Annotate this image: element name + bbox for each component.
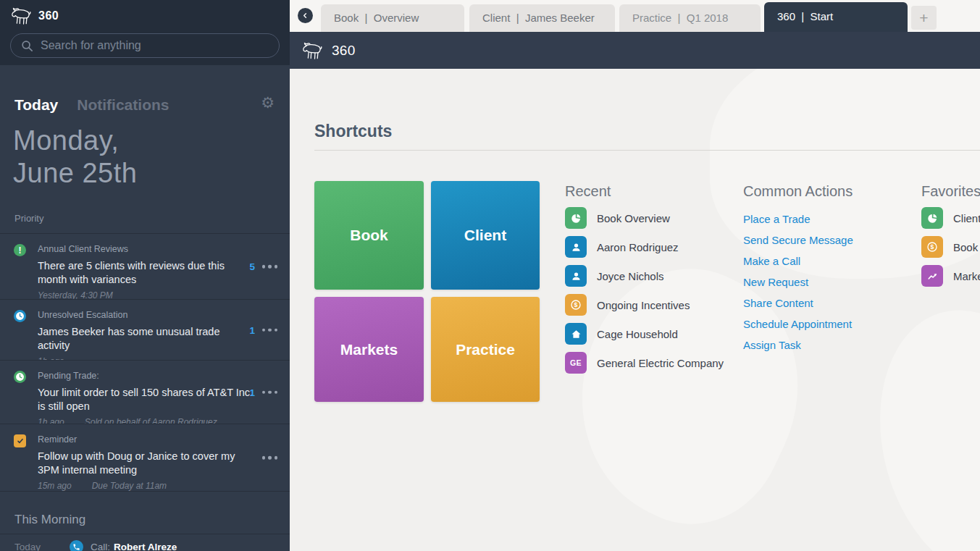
app-logo: 360 xyxy=(10,7,59,25)
favorite-item-label: Book T xyxy=(953,241,980,253)
common-actions-list: Place a Trade Send Secure Message Make a… xyxy=(743,209,910,356)
monogram-icon: GE xyxy=(565,352,587,374)
search-icon xyxy=(21,40,33,52)
house-icon xyxy=(565,323,587,345)
notification-meta: 15m ago Due Today at 11am xyxy=(38,481,275,491)
recent-item-label: Ongoing Incentives xyxy=(597,299,690,311)
notification-count: 1 xyxy=(249,387,255,398)
notification-time: Yesterday, 4:30 PM xyxy=(38,290,113,300)
search-input[interactable] xyxy=(41,39,269,52)
action-schedule-appointment[interactable]: Schedule Appointment xyxy=(743,314,910,335)
notification-note: Sold on behalf of Aaron Rodriguez xyxy=(85,417,217,424)
tile-book[interactable]: Book xyxy=(314,181,424,290)
notification-time: 15m ago xyxy=(38,481,72,491)
this-morning-section-label: This Morning xyxy=(14,513,85,527)
bull-logo-icon xyxy=(301,41,323,60)
favorites-heading: Favorites xyxy=(921,183,980,200)
add-tab-button[interactable]: + xyxy=(911,6,937,30)
action-new-request[interactable]: New Request xyxy=(743,272,910,293)
recent-item-label: General Electric Company xyxy=(597,357,724,369)
bull-logo-icon xyxy=(10,7,32,25)
schedule-row[interactable]: Today Call: Robert Alreze xyxy=(0,540,290,551)
action-send-secure-message[interactable]: Send Secure Message xyxy=(743,230,910,251)
recent-item-label: Cage Household xyxy=(597,328,678,340)
favorite-item-markets[interactable]: Marke xyxy=(921,265,980,287)
dollar-icon: $ xyxy=(921,236,943,258)
page-header: 360 xyxy=(290,32,980,69)
recent-item-joyce-nichols[interactable]: Joyce Nichols xyxy=(565,265,732,287)
phone-icon xyxy=(70,540,83,551)
schedule-contact-link[interactable]: Robert Alreze xyxy=(114,542,177,551)
favorite-item-book[interactable]: $ Book T xyxy=(921,236,980,258)
shortcuts-heading: Shortcuts xyxy=(314,122,392,141)
recent-heading: Recent xyxy=(565,183,732,200)
tile-practice[interactable]: Practice xyxy=(431,297,540,402)
common-actions-heading: Common Actions xyxy=(743,183,910,200)
priority-item[interactable]: Reminder Follow up with Doug or Janice t… xyxy=(0,424,290,492)
priority-section-label: Priority xyxy=(14,213,43,224)
sidebar: 360 Today Notifications ⚙ Monday, June 2… xyxy=(0,0,290,551)
notification-text: James Beeker has some unusual trade acti… xyxy=(38,325,254,353)
current-date: Monday, June 25th xyxy=(13,125,137,190)
reminder-check-icon xyxy=(14,434,26,447)
person-icon xyxy=(565,236,587,258)
tab-360-start[interactable]: 360 | Start xyxy=(764,2,908,32)
notification-text: Your limit order to sell 150 shares of A… xyxy=(38,386,254,413)
svg-text:$: $ xyxy=(574,301,578,308)
recent-item-general-electric[interactable]: GE General Electric Company xyxy=(565,352,732,374)
person-icon xyxy=(565,265,587,287)
back-button[interactable] xyxy=(298,8,313,23)
notification-meta: Yesterday, 4:30 PM xyxy=(38,290,275,300)
tab-bar: Book | Overview Client | James Beeker Pr… xyxy=(290,0,980,32)
notification-text: There are 5 clients with reviews due thi… xyxy=(38,259,254,287)
favorite-item-client[interactable]: Client xyxy=(921,207,980,229)
tab-book-overview[interactable]: Book | Overview xyxy=(321,4,464,32)
tile-markets[interactable]: Markets xyxy=(314,297,424,402)
priority-item[interactable]: Pending Trade: Your limit order to sell … xyxy=(0,361,290,424)
priority-list: ! Annual Client Reviews There are 5 clie… xyxy=(0,233,290,492)
action-make-a-call[interactable]: Make a Call xyxy=(743,251,910,272)
action-place-a-trade[interactable]: Place a Trade xyxy=(743,209,910,230)
svg-text:$: $ xyxy=(931,243,934,251)
more-options-icon[interactable] xyxy=(262,265,278,269)
recent-item-label: Book Overview xyxy=(597,212,670,224)
notification-title: Unresolved Escalation xyxy=(38,310,275,320)
clock-icon xyxy=(14,310,26,322)
priority-item[interactable]: ! Annual Client Reviews There are 5 clie… xyxy=(0,234,290,300)
recent-item-aaron-rodriguez[interactable]: Aaron Rodriguez xyxy=(565,236,732,258)
notification-meta: 1h ago Sold on behalf of Aaron Rodriguez xyxy=(38,417,275,424)
divider xyxy=(0,534,290,534)
priority-item[interactable]: Unresolved Escalation James Beeker has s… xyxy=(0,300,290,361)
pie-chart-icon xyxy=(921,207,943,229)
action-assign-task[interactable]: Assign Task xyxy=(743,335,910,356)
tab-client-james-beeker[interactable]: Client | James Beeker xyxy=(469,4,615,32)
favorites-section: Favorites Client $ Book T xyxy=(921,183,980,287)
notification-time: 1h ago xyxy=(38,417,64,424)
tile-client[interactable]: Client xyxy=(431,181,540,290)
pie-chart-icon xyxy=(565,207,587,229)
today-panel: Today Notifications ⚙ Monday, June 25th … xyxy=(0,65,290,551)
tab-today[interactable]: Today xyxy=(14,96,58,114)
search-bar[interactable] xyxy=(10,33,280,58)
notification-title: Annual Client Reviews xyxy=(38,244,275,254)
more-options-icon[interactable] xyxy=(262,456,278,460)
recent-item-ongoing-incentives[interactable]: $ Ongoing Incentives xyxy=(565,294,732,316)
gear-icon[interactable]: ⚙ xyxy=(261,96,275,111)
more-options-icon[interactable] xyxy=(262,390,278,394)
notification-title: Reminder xyxy=(38,434,275,445)
tab-notifications[interactable]: Notifications xyxy=(77,96,169,114)
action-share-content[interactable]: Share Content xyxy=(743,293,910,314)
dollar-icon: $ xyxy=(565,294,587,316)
tab-practice-q1-2018[interactable]: Practice | Q1 2018 xyxy=(619,4,761,32)
sidebar-tabs: Today Notifications xyxy=(14,96,169,114)
recent-item-label: Joyce Nichols xyxy=(597,270,664,282)
schedule-type: Call: xyxy=(91,542,110,551)
recent-item-book-overview[interactable]: Book Overview xyxy=(565,207,732,229)
recent-section: Recent Book Overview Aaron Ro xyxy=(565,183,732,374)
main-area: Book | Overview Client | James Beeker Pr… xyxy=(290,0,980,551)
notification-note: Due Today at 11am xyxy=(92,481,167,491)
more-options-icon[interactable] xyxy=(262,328,278,332)
schedule-when: Today xyxy=(14,542,41,551)
recent-item-cage-household[interactable]: Cage Household xyxy=(565,323,732,345)
recent-item-label: Aaron Rodriguez xyxy=(597,241,679,253)
